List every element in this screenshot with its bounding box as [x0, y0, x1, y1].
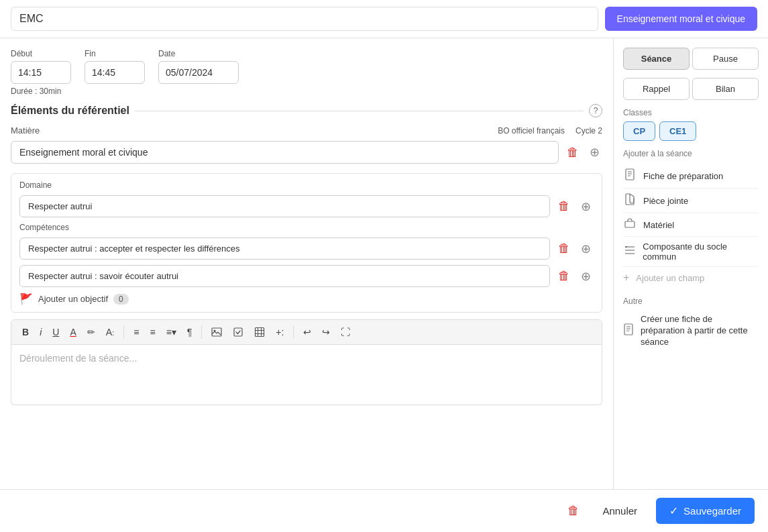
competence-row-0: 🗑 ⊕ — [19, 237, 594, 260]
svg-rect-2 — [234, 328, 242, 336]
redo-button[interactable]: ↪ — [318, 324, 334, 340]
time-row: Début Fin Date — [11, 49, 602, 84]
matiere-add-button[interactable]: ⊕ — [587, 142, 602, 162]
class-cp-button[interactable]: CP — [623, 121, 655, 141]
date-input[interactable] — [158, 61, 239, 84]
color-button[interactable]: A — [66, 324, 80, 340]
undo-button[interactable]: ↩ — [299, 324, 315, 340]
add-champ-item[interactable]: + Ajouter un champ — [623, 267, 759, 288]
image-button[interactable] — [207, 324, 226, 340]
matiere-delete-button[interactable]: 🗑 — [564, 143, 582, 162]
cycle-label: Cycle 2 — [575, 126, 602, 136]
competence-delete-button-1[interactable]: 🗑 — [555, 266, 573, 286]
autre-label: Autre — [623, 297, 759, 306]
underline-button[interactable]: U — [48, 324, 63, 340]
footer-bar: 🗑 Annuler ✓ Sauvegarder — [0, 489, 768, 532]
classes-section: Classes CP CE1 — [623, 108, 759, 141]
editor-toolbar: B i U A ✏ A: ≡ ≡ ≡▾ ¶ +: ↩ ↪ ⛶ — [11, 319, 602, 345]
title-input[interactable] — [11, 7, 598, 31]
date-label: Date — [158, 49, 239, 58]
domaine-input[interactable] — [19, 195, 550, 217]
checkbox-button[interactable] — [229, 324, 248, 340]
competence-add-button-1[interactable]: ⊕ — [578, 266, 594, 286]
align-left-button[interactable]: ≡ — [129, 324, 143, 340]
objectif-badge: 0 — [113, 294, 129, 305]
domaine-delete-button[interactable]: 🗑 — [555, 197, 573, 216]
objectif-label: Ajouter un objectif — [38, 294, 108, 304]
referentiel-title: Éléments du référentiel — [11, 105, 129, 117]
tabs-row-2: Rappel Bilan — [623, 78, 759, 100]
help-icon[interactable]: ? — [589, 104, 602, 117]
table-button[interactable] — [250, 324, 269, 340]
list-button[interactable]: ≡▾ — [162, 324, 180, 340]
italic-button[interactable]: i — [36, 324, 46, 340]
add-piece-item[interactable]: Pièce jointe — [623, 189, 759, 213]
add-composante-item[interactable]: Composante du socle commun — [623, 237, 759, 267]
class-ce1-button[interactable]: CE1 — [659, 121, 696, 141]
subject-badge-button[interactable]: Enseignement moral et civique — [605, 7, 757, 31]
debut-label: Début — [11, 49, 71, 58]
date-field: Date — [158, 49, 239, 84]
top-bar: Enseignement moral et civique — [0, 0, 768, 38]
debut-input[interactable] — [11, 61, 71, 84]
champ-label: Ajouter un champ — [636, 273, 704, 283]
piece-label: Pièce jointe — [643, 196, 688, 206]
sauvegarder-button[interactable]: ✓ Sauvegarder — [656, 498, 755, 524]
domaine-add-button[interactable]: ⊕ — [578, 197, 594, 217]
fin-field: Fin — [85, 49, 145, 84]
editor-placeholder: Déroulement de la séance... — [19, 353, 137, 364]
paragraph-button[interactable]: ¶ — [183, 324, 197, 340]
competence-add-button-0[interactable]: ⊕ — [578, 239, 594, 259]
fiche-icon — [623, 168, 637, 183]
main-layout: Début Fin Date Durée : 30min Éléments du… — [0, 38, 768, 489]
editor-area[interactable]: Déroulement de la séance... — [11, 345, 602, 405]
tab-rappel[interactable]: Rappel — [623, 78, 690, 100]
fullscreen-button[interactable]: ⛶ — [337, 324, 354, 340]
piece-icon — [623, 193, 637, 208]
creer-fiche-icon — [623, 323, 634, 338]
annuler-button[interactable]: Annuler — [592, 500, 648, 522]
objectif-row[interactable]: 🚩 Ajouter un objectif 0 — [19, 292, 594, 305]
add-button[interactable]: +: — [272, 324, 288, 340]
bo-info: BO officiel français Cycle 2 — [498, 126, 602, 136]
fiche-label: Fiche de préparation — [643, 171, 723, 181]
tab-seance[interactable]: Séance — [623, 48, 690, 70]
add-seance-section: Ajouter à la séance Fiche de préparation… — [623, 149, 759, 288]
composante-icon — [623, 246, 636, 258]
add-fiche-item[interactable]: Fiche de préparation — [623, 164, 759, 189]
fin-input[interactable] — [85, 61, 145, 84]
matiere-row: Matière BO officiel français Cycle 2 — [11, 125, 602, 136]
domaine-section: Domaine 🗑 ⊕ Compétences 🗑 ⊕ 🗑 ⊕ 🚩 — [11, 173, 602, 313]
flag-icon: 🚩 — [19, 292, 33, 305]
bold-button[interactable]: B — [18, 324, 33, 340]
highlight-button[interactable]: ✏ — [83, 324, 99, 340]
add-materiel-item[interactable]: Matériel — [623, 213, 759, 237]
align-center-button[interactable]: ≡ — [146, 324, 159, 340]
competence-delete-button-0[interactable]: 🗑 — [555, 239, 573, 258]
duree-label: Durée : 30min — [11, 87, 602, 96]
sep1 — [123, 325, 124, 339]
matiere-input-row: 🗑 ⊕ — [11, 141, 602, 164]
svg-rect-0 — [212, 328, 221, 336]
domaine-label: Domaine — [19, 180, 594, 190]
creer-fiche-label: Créer une fiche de préparation à partir … — [641, 314, 759, 348]
fin-label: Fin — [85, 49, 145, 58]
referentiel-header: Éléments du référentiel ? — [11, 104, 602, 117]
matiere-label: Matière — [11, 125, 40, 136]
materiel-icon — [623, 218, 637, 231]
creer-fiche-item[interactable]: Créer une fiche de préparation à partir … — [623, 311, 759, 351]
tab-bilan[interactable]: Bilan — [692, 78, 759, 100]
competences-label: Compétences — [19, 223, 594, 232]
sauvegarder-label: Sauvegarder — [683, 505, 741, 517]
composante-label: Composante du socle commun — [643, 242, 759, 262]
matiere-input[interactable] — [11, 141, 559, 164]
competence-input-0[interactable] — [19, 237, 550, 260]
footer-delete-button[interactable]: 🗑 — [563, 500, 584, 522]
fontsize-button[interactable]: A: — [102, 324, 119, 340]
classes-label: Classes — [623, 108, 759, 117]
tab-pause[interactable]: Pause — [692, 48, 759, 70]
competence-input-1[interactable] — [19, 265, 550, 287]
materiel-label: Matériel — [643, 220, 674, 230]
sep3 — [293, 325, 294, 339]
tabs-row: Séance Pause — [623, 48, 759, 70]
